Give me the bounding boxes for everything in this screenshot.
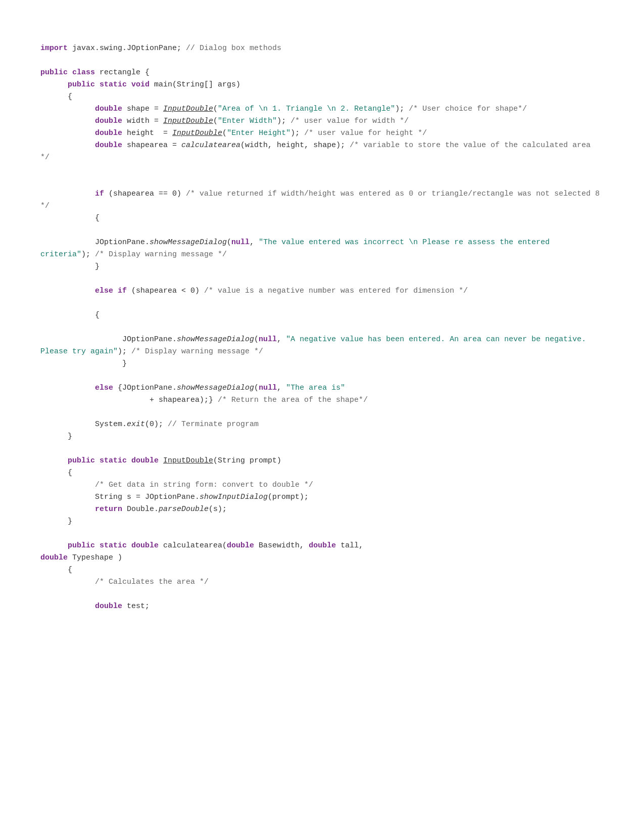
code-line-9: if (shapearea == 0) /* value returned if… xyxy=(40,190,604,210)
code-line-4: { xyxy=(40,92,72,101)
code-line-23: + shapearea);} /* Return the area of the… xyxy=(40,396,368,404)
code-line-20: } xyxy=(40,359,127,368)
code-line-17: { xyxy=(40,311,100,319)
code-line-1: import javax.swing.JOptionPane; // Dialo… xyxy=(40,44,281,53)
code-line-22: else {JOptionPane.showMessageDialog(null… xyxy=(40,384,345,392)
code-line-32: return Double.parseDouble(s); xyxy=(40,505,227,514)
code-line-13: } xyxy=(40,262,100,271)
code-line-10: { xyxy=(40,214,100,222)
code-line-25: System.exit(0); // Terminate program xyxy=(40,420,259,429)
code-line-7: double height = InputDouble("Enter Heigh… xyxy=(40,129,427,137)
code-line-29: { xyxy=(40,469,72,477)
code-line-38: /* Calculates the area */ xyxy=(40,578,209,586)
code-line-12: JOptionPane.showMessageDialog(null, "The… xyxy=(40,238,554,259)
code-line-28: public static double InputDouble(String … xyxy=(40,456,281,465)
code-line-33: } xyxy=(40,517,72,526)
code-line-2: public class rectangle { xyxy=(40,68,150,77)
code-line-36: double Typeshape ) xyxy=(40,553,122,562)
code-line-15: else if (shapearea < 0) /* value is a ne… xyxy=(40,287,468,295)
code-line-26: } xyxy=(40,432,72,441)
code-line-3: public static void main(String[] args) xyxy=(40,80,240,89)
code-line-8: double shapearea = calculatearea(width, … xyxy=(40,141,595,162)
code-line-6: double width = InputDouble("Enter Width"… xyxy=(40,117,409,125)
code-line-40: double test; xyxy=(40,602,150,611)
code-line-30: /* Get data in string form: convert to d… xyxy=(40,481,313,489)
code-line-31: String s = JOptionPane.showInputDialog(p… xyxy=(40,493,309,501)
code-line-5: double shape = InputDouble("Area of \n 1… xyxy=(40,105,527,113)
code-line-35: public static double calculatearea(doubl… xyxy=(40,541,363,550)
code-editor: import javax.swing.JOptionPane; // Dialo… xyxy=(40,30,604,613)
code-line-19: JOptionPane.showMessageDialog(null, "A n… xyxy=(40,335,590,356)
code-line-37: { xyxy=(40,566,72,574)
